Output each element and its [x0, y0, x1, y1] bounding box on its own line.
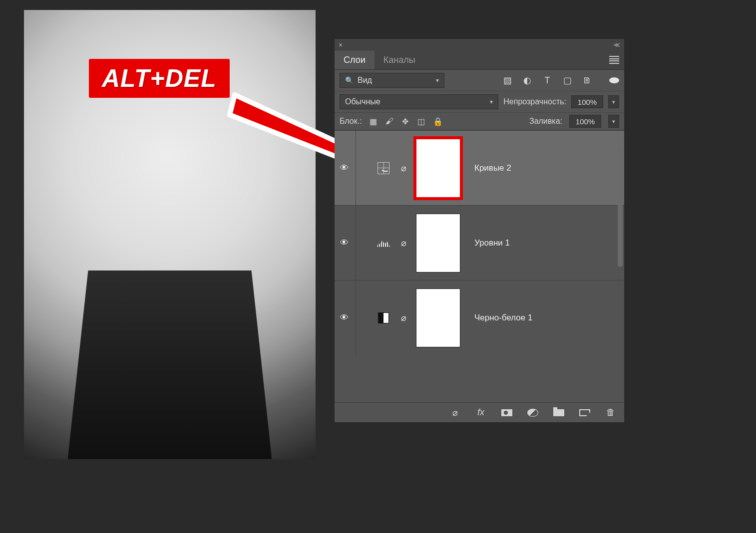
close-icon[interactable]: × [339, 41, 343, 49]
filter-toggle[interactable] [609, 77, 619, 83]
new-adjustment-icon[interactable] [527, 409, 538, 417]
layer-name[interactable]: Черно-белое 1 [474, 313, 532, 323]
filter-type-icon[interactable]: T [542, 75, 552, 86]
chevron-down-icon: ▾ [490, 98, 493, 105]
layer-filter-icons: ▧ ◐ T ▢ 🗎 [502, 75, 619, 86]
visibility-eye-icon[interactable]: 👁 [339, 313, 350, 323]
levels-adjustment-icon[interactable] [376, 236, 391, 250]
panel-tabs: Слои Каналы [335, 51, 624, 70]
lock-position-icon[interactable]: ✥ [401, 117, 410, 126]
layer-name[interactable]: Кривые 2 [474, 163, 511, 173]
lock-artboard-icon[interactable]: ◫ [417, 117, 426, 126]
lock-row: Блок.: ▦ 🖌 ✥ ◫ 🔒 Заливка: 100% ▾ [335, 113, 624, 130]
tab-channels[interactable]: Каналы [375, 51, 424, 69]
tab-layers[interactable]: Слои [335, 51, 375, 69]
shortcut-badge: ALT+DEL [89, 59, 230, 98]
curves-adjustment-icon[interactable] [376, 161, 391, 175]
layer-row[interactable]: 👁 ⌀ Кривые 2 [335, 130, 624, 205]
panel-titlebar: × ≪ [335, 39, 624, 51]
layer-row[interactable]: 👁 ⌀ Черно-белое 1 [335, 280, 624, 355]
mask-link-icon[interactable]: ⌀ [399, 160, 408, 176]
add-mask-icon[interactable] [501, 409, 512, 416]
fill-stepper[interactable]: ▾ [608, 115, 619, 128]
bw-adjustment-icon[interactable] [376, 311, 391, 325]
collapse-icon[interactable]: ≪ [614, 41, 620, 48]
layer-mask-thumb[interactable] [416, 214, 460, 272]
opacity-field[interactable]: 100% [571, 95, 603, 108]
visibility-eye-icon[interactable]: 👁 [339, 238, 350, 248]
layers-panel: × ≪ Слои Каналы 🔍 Вид ▾ ▧ ◐ T ▢ 🗎 Обычны… [335, 39, 624, 422]
document-canvas[interactable]: ALT+DEL [24, 10, 316, 459]
layer-name[interactable]: Уровни 1 [474, 238, 510, 248]
layer-mask-thumb[interactable] [416, 139, 460, 198]
lock-label: Блок.: [340, 117, 362, 126]
fill-label: Заливка: [529, 117, 562, 126]
scrollbar[interactable] [618, 147, 623, 267]
filter-pixel-icon[interactable]: ▧ [502, 75, 512, 86]
filter-shape-icon[interactable]: ▢ [562, 75, 572, 86]
layer-filter-dropdown[interactable]: 🔍 Вид ▾ [340, 73, 444, 88]
new-group-icon[interactable] [553, 409, 564, 416]
lock-all-icon[interactable]: 🔒 [433, 117, 442, 126]
layers-list: 👁 ⌀ Кривые 2 👁 ⌀ Уровни 1 👁 ⌀ Черно-бело… [335, 130, 624, 402]
blend-row: Обычные ▾ Непрозрачность: 100% ▾ [335, 91, 624, 113]
chevron-down-icon: ▾ [436, 77, 439, 84]
fx-icon[interactable]: fx [475, 407, 486, 418]
mask-link-icon[interactable]: ⌀ [399, 310, 408, 326]
layer-mask-thumb[interactable] [416, 288, 460, 347]
delete-layer-icon[interactable]: 🗑 [605, 407, 616, 418]
opacity-stepper[interactable]: ▾ [608, 95, 619, 108]
filter-smart-icon[interactable]: 🗎 [582, 75, 592, 86]
blend-mode-value: Обычные [345, 97, 380, 106]
mask-link-icon[interactable]: ⌀ [399, 235, 408, 251]
panel-menu-icon[interactable] [609, 56, 619, 64]
panel-footer: ⌀ fx 🗑 [335, 402, 624, 422]
lock-pixels-icon[interactable]: ▦ [369, 117, 378, 126]
visibility-eye-icon[interactable]: 👁 [339, 163, 350, 173]
layer-filter-row: 🔍 Вид ▾ ▧ ◐ T ▢ 🗎 [335, 70, 624, 91]
filter-adjust-icon[interactable]: ◐ [522, 75, 532, 86]
fill-field[interactable]: 100% [569, 115, 601, 128]
new-layer-icon[interactable] [579, 409, 590, 416]
layer-filter-label: Вид [358, 76, 372, 85]
blend-mode-dropdown[interactable]: Обычные ▾ [340, 94, 498, 109]
link-layers-icon[interactable]: ⌀ [449, 407, 460, 418]
opacity-label: Непрозрачность: [503, 97, 566, 106]
lock-brush-icon[interactable]: 🖌 [385, 117, 394, 126]
layer-row[interactable]: 👁 ⌀ Уровни 1 [335, 205, 624, 280]
search-icon: 🔍 [345, 76, 354, 84]
